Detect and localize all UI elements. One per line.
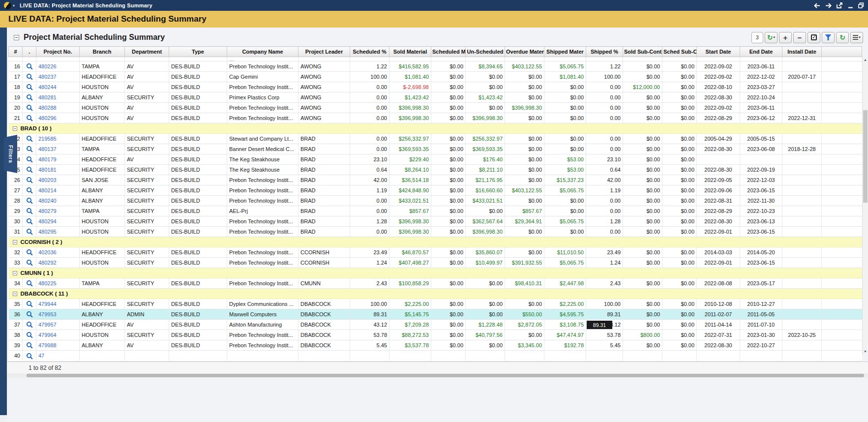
project-no-link[interactable]: 480203 (38, 177, 57, 183)
project-no-link[interactable]: 480237 (38, 74, 57, 80)
magnifier-icon[interactable] (26, 84, 33, 90)
table-row[interactable]: 22219585HEADOFFICESECURITYDES-BUILDStewa… (9, 134, 862, 144)
magnifier-icon[interactable] (26, 177, 33, 183)
magnifier-icon[interactable] (26, 156, 33, 163)
project-no-link[interactable]: 480240 (38, 198, 57, 204)
table-row[interactable]: 38479964HOUSTONSECURITYDES-BUILDPrebon T… (9, 330, 862, 340)
table-row[interactable]: 29480279TAMPASECURITYDES-BUILDAEL-PrjBRA… (9, 206, 862, 216)
open-new-window-icon[interactable] (837, 2, 843, 8)
col-header-branch[interactable]: Branch (80, 47, 125, 57)
scroll-up-icon[interactable]: ▲ (863, 57, 868, 63)
magnifier-icon[interactable] (26, 342, 33, 349)
minimize-icon[interactable] (848, 3, 853, 8)
magnifier-icon[interactable] (26, 115, 33, 121)
horizontal-scrollbar[interactable] (7, 373, 868, 378)
collapse-group-icon[interactable] (13, 271, 17, 275)
restore-icon[interactable] (858, 2, 864, 8)
magnifier-icon[interactable] (26, 332, 33, 338)
table-row[interactable]: 27480214ALBANYSECURITYDES-BUILDPrebon Te… (9, 185, 862, 196)
project-no-link[interactable]: 480279 (38, 208, 57, 214)
col-header-ptype[interactable]: Type (169, 47, 227, 57)
project-no-link[interactable]: 480137 (38, 146, 57, 152)
count-box[interactable]: 3 (751, 32, 763, 43)
col-header-end_date[interactable]: End Date (740, 47, 782, 57)
magnifier-icon[interactable] (26, 146, 33, 152)
table-row[interactable]: 33480292HOUSTONSECURITYDES-BUILDPrebon T… (9, 258, 862, 268)
project-no-link[interactable]: 480226 (38, 63, 57, 69)
refresh-dropdown-button[interactable]: ↻▾ (765, 32, 778, 43)
table-row[interactable]: 20480288HOUSTONAVDES-BUILDPrebon Technol… (9, 103, 862, 113)
horizontal-scrollbar-thumb[interactable] (27, 374, 864, 377)
col-header-department[interactable]: Department (125, 47, 169, 57)
magnifier-icon[interactable] (26, 166, 33, 173)
project-no-link[interactable]: 480294 (38, 218, 57, 224)
col-header-install_date[interactable]: Install Date (782, 47, 822, 57)
table-row[interactable]: 24480179HEADOFFICEAVDES-BUILDThe Keg Ste… (9, 154, 862, 165)
col-header-start_date[interactable]: Start Date (697, 47, 740, 57)
table-row[interactable]: 25480181HEADOFFICESECURITYDES-BUILDThe K… (9, 165, 862, 175)
logo-caret-icon[interactable]: ▾ (13, 3, 15, 8)
col-header-shipped_pct[interactable]: Shipped % (586, 47, 623, 57)
table-row[interactable]: 32402036HEADOFFICESECURITYDES-BUILDPrebo… (9, 247, 862, 258)
magnifier-icon[interactable] (26, 353, 33, 360)
magnifier-icon[interactable] (26, 259, 33, 266)
col-header-shipped_mat[interactable]: Shipped Mater (544, 47, 586, 57)
project-no-link[interactable]: 480225 (38, 280, 57, 286)
project-no-link[interactable]: 480244 (38, 84, 57, 90)
magnifier-icon[interactable] (26, 218, 33, 225)
project-no-link[interactable]: 480214 (38, 187, 57, 193)
col-header-scheduled_mat[interactable]: Scheduled Mat (431, 47, 466, 57)
col-header-dot[interactable]: . (23, 47, 36, 57)
group-header-row[interactable]: DBABCOCK ( 11 ) (9, 289, 862, 299)
col-header-overdue_mat[interactable]: Overdue Mater (505, 47, 544, 57)
magnifier-icon[interactable] (26, 63, 33, 70)
filter-button[interactable] (822, 32, 835, 43)
col-header-num[interactable]: # (9, 47, 23, 57)
project-no-link[interactable]: 479957 (38, 322, 57, 328)
magnifier-icon[interactable] (26, 135, 33, 142)
col-header-sched_sub[interactable]: Sched Sub-Co (662, 47, 697, 57)
project-no-link[interactable]: 479944 (38, 301, 57, 307)
project-no-link[interactable]: 480281 (38, 94, 57, 100)
project-no-link[interactable]: 480179 (38, 156, 57, 162)
table-row[interactable]: 36479953ALBANYADMINDES-BUILDMaxwell Comp… (9, 309, 862, 320)
refresh-button[interactable]: ↻ (836, 32, 849, 43)
col-header-leader[interactable]: Project Leader (299, 47, 350, 57)
table-row[interactable]: 34480225TAMPASECURITYDES-BUILDPrebon Tec… (9, 278, 862, 289)
magnifier-icon[interactable] (26, 73, 33, 80)
collapse-group-icon[interactable] (13, 126, 17, 131)
magnifier-icon[interactable] (26, 197, 33, 204)
table-row[interactable]: 35479944HEADOFFICESECURITYDES-BUILDDyple… (9, 299, 862, 309)
scroll-down-icon[interactable]: ▼ (863, 348, 868, 355)
filters-tab[interactable]: Filters (4, 135, 17, 173)
table-row[interactable]: 26480203SAN JOSESECURITYDES-BUILDPrebon … (9, 175, 862, 185)
table-row[interactable]: 39479988ALBANYAVDES-BUILDPrebon Technolo… (9, 340, 862, 351)
vertical-scrollbar-thumb[interactable] (863, 110, 868, 203)
project-no-link[interactable]: 219585 (38, 136, 57, 142)
add-button[interactable]: + (779, 32, 792, 43)
col-header-company[interactable]: Company Name (227, 47, 299, 57)
table-row[interactable]: 17480237HEADOFFICEAVDES-BUILDCap GeminiA… (9, 72, 862, 82)
magnifier-icon[interactable] (26, 228, 33, 235)
magnifier-icon[interactable] (26, 311, 33, 318)
forward-icon[interactable] (825, 3, 832, 8)
col-header-scheduled_pct[interactable]: Scheduled % (350, 47, 389, 57)
project-no-link[interactable]: 479964 (38, 332, 57, 338)
checkbox-button[interactable] (808, 32, 820, 43)
table-row[interactable]: 18480244HOUSTONAVDES-BUILDPrebon Technol… (9, 82, 862, 92)
table-row[interactable]: 30480294HOUSTONSECURITYDES-BUILDPrebon T… (9, 216, 862, 227)
col-header-sold_material[interactable]: Sold Material (389, 47, 431, 57)
collapse-panel-icon[interactable] (14, 35, 19, 40)
project-no-link[interactable]: 480181 (38, 167, 57, 173)
magnifier-icon[interactable] (26, 94, 33, 101)
project-no-link[interactable]: 480295 (38, 229, 57, 235)
table-row[interactable]: 16480226TAMPAAVDES-BUILDPrebon Technolog… (9, 61, 862, 72)
magnifier-icon[interactable] (26, 104, 33, 111)
project-no-link[interactable]: 480296 (38, 115, 57, 121)
vertical-scrollbar[interactable]: ▲ ▼ (862, 57, 868, 355)
col-header-sold_sub[interactable]: Sold Sub-Cont (623, 47, 662, 57)
group-header-row[interactable]: CCORNISH ( 2 ) (9, 237, 862, 247)
project-no-link[interactable]: 479988 (38, 342, 57, 348)
group-header-row[interactable]: CMUNN ( 1 ) (9, 268, 862, 278)
collapse-group-icon[interactable] (13, 240, 17, 244)
